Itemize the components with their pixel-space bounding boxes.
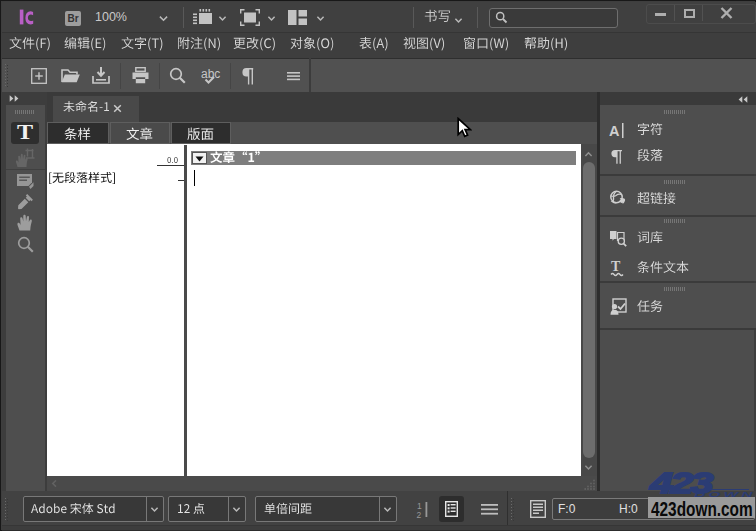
svg-text:A: A (609, 123, 620, 138)
svg-text:T: T (611, 259, 621, 274)
svg-text:2: 2 (417, 510, 422, 519)
